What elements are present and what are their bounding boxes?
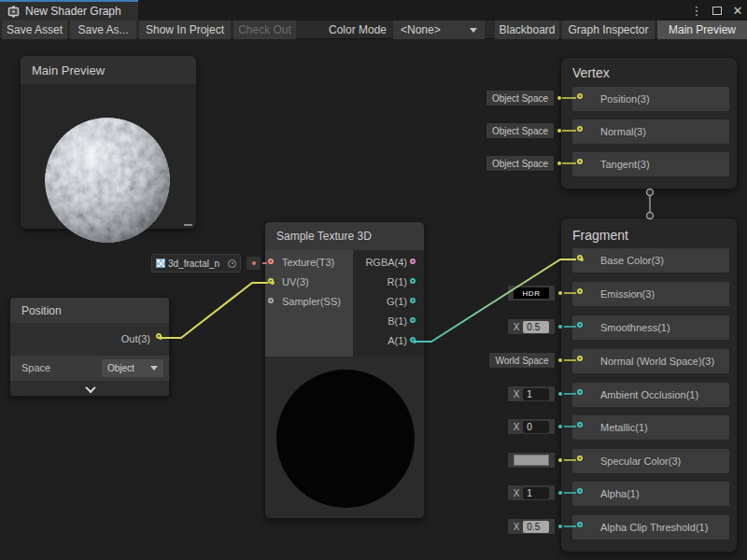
tab-title: New Shader Graph	[25, 5, 121, 18]
connector-dot	[557, 161, 561, 165]
title-bar: New Shader Graph ⋮ ✕	[0, 0, 747, 21]
kebab-menu-icon[interactable]: ⋮	[689, 2, 704, 19]
chevron-down-icon	[470, 28, 477, 33]
fragment-row-smoothness[interactable]: Smoothness(1)	[572, 315, 729, 340]
smoothness-port[interactable]	[577, 322, 583, 328]
vertex-row-position[interactable]: Position(3)	[572, 87, 729, 111]
collapse-button[interactable]	[10, 381, 170, 397]
alpha-value-field[interactable]: 1	[523, 487, 549, 499]
tab-new-shader-graph[interactable]: New Shader Graph	[0, 0, 138, 21]
output-rgba-label: RGBA(4)	[321, 257, 407, 268]
object-picker-icon[interactable]	[228, 259, 236, 268]
fragment-node[interactable]: Fragment Base Color(3) Emission(3) Smoot…	[560, 217, 738, 553]
metallic-port[interactable]	[577, 422, 583, 427]
alpha-port[interactable]	[577, 488, 583, 494]
alpha-clip-port[interactable]	[577, 522, 583, 527]
connector-dot	[558, 392, 562, 396]
shader-graph-icon	[7, 6, 20, 18]
shader-graph-window: New Shader Graph ⋮ ✕ Save Asset Save As.…	[0, 0, 747, 560]
resize-handle[interactable]	[184, 224, 192, 226]
connector-dot	[557, 96, 561, 100]
vertex-tangent-port[interactable]	[577, 159, 583, 164]
normal-space-chip[interactable]: Object Space	[486, 122, 555, 139]
a-output-port[interactable]	[410, 337, 416, 343]
vertex-position-port[interactable]	[577, 93, 583, 99]
tangent-space-chip[interactable]: Object Space	[486, 155, 555, 172]
node-preview-sphere	[276, 370, 415, 508]
connector-dot	[558, 291, 562, 295]
r-output-port[interactable]	[410, 278, 416, 284]
fragment-row-alpha-clip[interactable]: Alpha Clip Threshold(1)	[572, 515, 729, 539]
space-label: Space	[21, 356, 50, 381]
show-in-project-button[interactable]: Show In Project	[139, 21, 231, 39]
base-color-port[interactable]	[577, 255, 583, 260]
hdr-color-swatch[interactable]: HDR	[514, 287, 549, 299]
texture-asset-name: 3d_fractal_n	[168, 259, 225, 269]
blackboard-button[interactable]: Blackboard	[495, 21, 559, 39]
g-output-port[interactable]	[410, 298, 416, 303]
smoothness-value-field[interactable]: 0.5	[523, 321, 549, 333]
vertex-row-normal[interactable]: Normal(3)	[572, 119, 729, 144]
sample-texture-3d-title: Sample Texture 3D	[265, 222, 425, 250]
chevron-down-icon	[150, 366, 158, 371]
space-dropdown[interactable]: Object	[102, 359, 163, 377]
vertex-node[interactable]: Vertex Position(3) Normal(3) Tangent(3)	[560, 57, 738, 189]
alpha-float-chip[interactable]: X 1	[507, 484, 556, 501]
uv-input-port[interactable]	[268, 278, 274, 284]
color-mode-dropdown[interactable]: <None>	[393, 21, 485, 39]
fragment-row-emission[interactable]: Emission(3)	[572, 282, 729, 306]
sample-texture-3d-node[interactable]: Sample Texture 3D Texture(T3) UV(3) Samp…	[264, 221, 425, 519]
emission-port[interactable]	[577, 288, 583, 294]
normal-world-port[interactable]	[577, 356, 583, 361]
sampler-input-port[interactable]	[268, 298, 274, 303]
node-preview-area	[265, 357, 425, 519]
main-preview-window[interactable]: Main Preview	[21, 56, 196, 229]
position-space-chip[interactable]: Object Space	[486, 90, 555, 106]
fragment-row-metallic[interactable]: Metallic(1)	[572, 415, 729, 440]
alpha-clip-value-field[interactable]: 0.5	[523, 521, 549, 533]
connector-dot	[558, 525, 562, 528]
smoothness-float-chip[interactable]: X 0.5	[507, 318, 556, 335]
fragment-row-ambient-occlusion[interactable]: Ambient Occlusion(1)	[572, 383, 729, 407]
position-out-port[interactable]	[156, 333, 162, 339]
ambient-occlusion-port[interactable]	[577, 389, 583, 395]
specular-color-swatch[interactable]	[514, 455, 549, 466]
connector-dot	[558, 358, 562, 362]
main-preview-button[interactable]: Main Preview	[657, 21, 747, 39]
rgba-output-port[interactable]	[410, 259, 416, 264]
main-preview-header[interactable]: Main Preview	[21, 56, 196, 84]
alpha-clip-float-chip[interactable]: X 0.5	[507, 518, 556, 535]
vertex-normal-port[interactable]	[577, 126, 583, 132]
ambient-occlusion-value-field[interactable]: 1	[523, 388, 549, 400]
fragment-row-specular-color[interactable]: Specular Color(3)	[572, 449, 729, 473]
stack-connector-dot	[647, 189, 654, 196]
normal-space-chip[interactable]: World Space	[488, 352, 556, 369]
specular-color-chip[interactable]	[507, 452, 556, 469]
texture-input-port[interactable]	[268, 259, 274, 264]
b-output-port[interactable]	[410, 317, 416, 323]
position-node[interactable]: Position Out(3) Space Object	[9, 297, 170, 397]
specular-color-port[interactable]	[577, 455, 583, 461]
texture-asset-field[interactable]: 3d_fractal_n	[151, 254, 241, 273]
position-out-row[interactable]: Out(3)	[10, 323, 170, 356]
toolbar: Save Asset Save As... Show In Project Ch…	[0, 21, 747, 39]
save-as-button[interactable]: Save As...	[70, 21, 136, 39]
position-space-row: Space Object	[10, 356, 170, 381]
close-icon[interactable]: ✕	[730, 2, 745, 19]
emission-hdr-chip[interactable]: HDR	[507, 285, 556, 301]
ambient-occlusion-float-chip[interactable]: X 1	[507, 385, 556, 402]
wire-position-to-uv	[161, 283, 268, 338]
texture-connector-chip	[246, 256, 261, 271]
connector-dot	[252, 261, 256, 265]
maximize-icon[interactable]	[710, 2, 725, 19]
metallic-value-field[interactable]: 0	[523, 421, 549, 433]
graph-inspector-button[interactable]: Graph Inspector	[562, 21, 655, 39]
preview-sphere	[45, 118, 170, 243]
fragment-row-alpha[interactable]: Alpha(1)	[572, 482, 729, 506]
vertex-row-tangent[interactable]: Tangent(3)	[572, 152, 729, 176]
fragment-row-normal-world[interactable]: Normal (World Space)(3)	[572, 349, 729, 373]
fragment-row-base-color[interactable]: Base Color(3)	[572, 248, 729, 273]
metallic-float-chip[interactable]: X 0	[507, 418, 556, 435]
save-asset-button[interactable]: Save Asset	[2, 21, 67, 39]
main-preview-body	[21, 84, 196, 229]
